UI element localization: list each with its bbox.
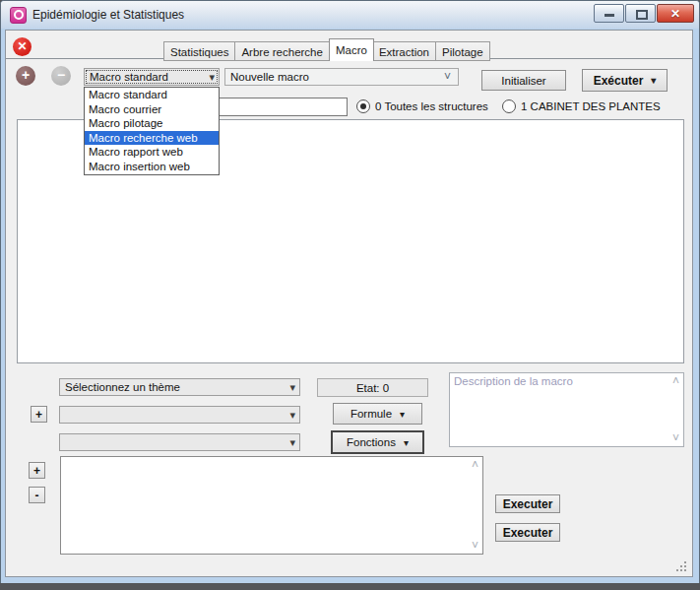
radio-all-structures[interactable]: 0 Toutes les structures	[356, 99, 488, 113]
initialiser-button[interactable]: Initialiser	[481, 70, 566, 91]
script-textarea[interactable]: ˄ ˅	[60, 456, 483, 555]
theme-select[interactable]: Sélectionnez un thème	[59, 378, 300, 396]
formule-button[interactable]: Formule	[333, 403, 422, 425]
dropdown-option[interactable]: Macro rapport web	[85, 145, 219, 160]
tab-pilotage[interactable]: Pilotage	[436, 41, 490, 61]
app-window: Epidémiologie et Statistiques ✕ ✕ Statis…	[0, 0, 700, 584]
macro-type-select[interactable]: Macro standard	[84, 68, 220, 86]
add-criteria-button[interactable]: +	[31, 406, 47, 423]
formule-label: Formule	[350, 408, 392, 420]
dropdown-option[interactable]: Macro standard	[85, 88, 219, 102]
dropdown-arrow-icon	[651, 75, 656, 86]
dropdown-arrow-icon	[400, 409, 405, 420]
maximize-icon	[636, 10, 648, 20]
tab-statistiques[interactable]: Statistiques	[163, 41, 235, 61]
resize-grip[interactable]	[675, 560, 687, 572]
executer-split-label: Exécuter	[594, 74, 644, 88]
scroll-up-icon[interactable]: ˄	[472, 460, 478, 470]
dropdown-option[interactable]: Macro courrier	[85, 102, 219, 117]
script-add-button[interactable]: +	[29, 462, 45, 479]
fonctions-button[interactable]: Fonctions	[331, 430, 424, 454]
tab-bar: Statistiques Arbre recherche Macro Extra…	[163, 38, 490, 61]
tab-extraction[interactable]: Extraction	[373, 41, 436, 61]
scroll-down-icon[interactable]: ˅	[672, 433, 679, 443]
tab-macro[interactable]: Macro	[329, 38, 374, 61]
scroll-up-icon[interactable]: ˄	[672, 376, 679, 386]
maximize-button[interactable]	[625, 4, 656, 23]
criteria-select-2[interactable]	[59, 433, 300, 451]
macro-name-combo[interactable]: Nouvelle macro	[224, 68, 459, 86]
window-controls: ✕	[594, 4, 694, 23]
dropdown-option[interactable]: Macro insertion web	[85, 160, 219, 174]
script-remove-button[interactable]: -	[29, 487, 45, 503]
description-placeholder: Description de la macro	[454, 375, 573, 387]
tab-arbre-recherche[interactable]: Arbre recherche	[235, 41, 329, 61]
minimize-button[interactable]	[594, 4, 624, 23]
window-title: Epidémiologie et Statistiques	[32, 8, 184, 22]
desktop-background	[0, 583, 700, 590]
radio-cabinet-label: 1 CABINET DES PLANTES	[521, 100, 661, 112]
dropdown-option[interactable]: Macro pilotage	[85, 116, 219, 131]
minimize-icon	[605, 14, 614, 17]
radio-unchecked-icon	[502, 99, 516, 113]
add-macro-button[interactable]: +	[16, 66, 35, 86]
executer-split-button[interactable]: Exécuter	[582, 69, 668, 92]
titlebar[interactable]: Epidémiologie et Statistiques ✕	[1, 1, 699, 29]
executer-button-2[interactable]: Executer	[495, 523, 560, 542]
close-icon: ✕	[658, 6, 693, 22]
remove-macro-button[interactable]: −	[51, 66, 71, 86]
description-textarea[interactable]: Description de la macro ˄ ˅	[449, 372, 684, 447]
dropdown-option-highlighted[interactable]: Macro recherche web	[85, 131, 219, 146]
fonctions-label: Fonctions	[347, 436, 396, 448]
scroll-down-icon[interactable]: ˅	[472, 541, 478, 551]
dropdown-arrow-icon	[404, 437, 409, 448]
app-icon	[10, 7, 27, 24]
cancel-circle-button[interactable]: ✕	[13, 37, 32, 56]
executer-button-1[interactable]: Executer	[495, 494, 560, 513]
radio-checked-icon	[356, 99, 370, 113]
close-button[interactable]: ✕	[657, 4, 694, 23]
radio-all-structures-label: 0 Toutes les structures	[375, 100, 488, 112]
main-content: ✕ Statistiques Arbre recherche Macro Ext…	[5, 30, 693, 577]
criteria-select-1[interactable]	[59, 406, 300, 424]
radio-cabinet-des-plantes[interactable]: 1 CABINET DES PLANTES	[502, 99, 661, 113]
etat-status-box: Etat: 0	[317, 378, 428, 397]
macro-type-dropdown-popup: Macro standard Macro courrier Macro pilo…	[84, 87, 220, 175]
